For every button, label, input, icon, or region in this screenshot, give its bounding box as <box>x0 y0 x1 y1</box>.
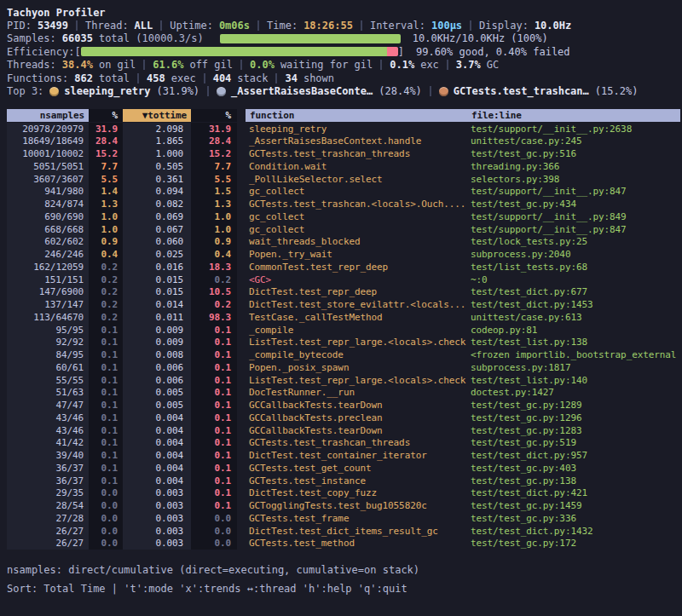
table-row[interactable]: 151/1510.20.0150.2<GC>~:0 <box>7 273 680 286</box>
table-row[interactable]: 27/280.00.0030.0GCTests.test_frametest/t… <box>7 512 680 525</box>
cumulative-pct-cell: 0.1 <box>191 475 237 487</box>
direct-pct-cell: 5.5 <box>89 173 123 186</box>
function-cell: wait_threads_blocked <box>246 235 467 248</box>
table-row[interactable]: 43/460.10.0040.1GCCallbackTests.tearDown… <box>7 424 680 437</box>
table-row[interactable]: 824/8741.30.0821.3GCTests.test_trashcan.… <box>7 198 680 210</box>
direct-pct-cell: 0.1 <box>89 386 123 399</box>
thread-stat-value: 3.7% <box>456 59 481 71</box>
cumulative-pct-cell: 0.1 <box>191 449 237 462</box>
table-row[interactable]: 3607/36075.50.3615.5_PollLikeSelector.se… <box>7 173 680 186</box>
table-row[interactable]: 941/9801.40.0941.5gc_collecttest/support… <box>7 185 680 198</box>
tottime-cell: 0.361 <box>123 173 191 186</box>
top-function-pct: (28.4%) <box>379 85 422 97</box>
table-row[interactable]: 246/2460.40.0250.4Popen._try_waitsubproc… <box>7 248 680 261</box>
table-row[interactable]: 20978/2097931.92.09831.9sleeping_retryte… <box>7 123 680 135</box>
table-row[interactable]: 28/540.00.0030.1GCTogglingTests.test_bug… <box>7 499 680 512</box>
table-row[interactable]: 60/610.10.0060.1Popen._posix_spawnsubpro… <box>7 361 680 374</box>
table-row[interactable]: 26/270.00.0030.0GCTests.test_methodtest/… <box>7 537 680 550</box>
function-cell: TestCase._callTestMethod <box>246 311 467 324</box>
direct-pct-cell: 31.9 <box>89 123 123 135</box>
column-header-cumulative-pct[interactable]: % <box>191 109 237 122</box>
column-header-file-line[interactable]: file:line <box>467 109 680 122</box>
table-row[interactable]: 690/6901.00.0691.0gc_collecttest/support… <box>7 210 680 223</box>
footer: nsamples: direct/cumulative (direct=exec… <box>7 564 678 602</box>
tottime-cell: 0.004 <box>123 462 191 475</box>
column-gap <box>237 324 246 337</box>
nsamples-cell: 84/95 <box>7 348 89 361</box>
column-gap <box>237 412 246 424</box>
thread-value: ALL <box>135 20 153 32</box>
file-line-cell: subprocess.py:1817 <box>467 361 680 374</box>
direct-pct-cell: 0.1 <box>89 462 123 475</box>
table-row[interactable]: 668/6681.00.0671.0gc_collecttest/support… <box>7 223 680 236</box>
column-header-direct-pct[interactable]: % <box>89 109 123 122</box>
column-gap <box>237 499 246 512</box>
table-row[interactable]: 18649/1864928.41.86528.4_AssertRaisesBas… <box>7 135 680 147</box>
function-cell: <GC> <box>246 273 467 286</box>
table-row[interactable]: 162/120590.20.01618.3CommonTest.test_rep… <box>7 261 680 273</box>
table-row[interactable]: 92/920.10.0090.1ListTest.test_repr_large… <box>7 336 680 348</box>
column-gap <box>237 424 246 437</box>
separator <box>470 20 471 31</box>
table-row[interactable]: 39/400.10.0040.1DictTest.test_container_… <box>7 449 680 462</box>
table-row[interactable]: 84/950.10.0080.1_compile_bytecode<frozen… <box>7 348 680 361</box>
column-gap <box>237 235 246 248</box>
table-row[interactable]: 147/69000.20.01510.5DictTest.test_repr_d… <box>7 285 680 298</box>
function-cell: _PollLikeSelector.select <box>246 173 467 186</box>
samples-rate-summary: 10.0KHz/10.0KHz (100%) <box>413 32 548 44</box>
functions-label: Functions: <box>7 72 68 84</box>
table-row[interactable]: 55/550.10.0060.1ListTest.test_repr_large… <box>7 374 680 387</box>
table-row[interactable]: 113/646700.20.01198.3TestCase._callTestM… <box>7 311 680 324</box>
column-gap <box>237 399 246 412</box>
function-cell: GCTests.test_instance <box>246 475 467 487</box>
file-line-cell: test/test_gc.py:172 <box>467 537 680 550</box>
column-header-tottime-sorted[interactable]: ▼tottime <box>123 109 191 122</box>
efficiency-label: Efficiency: <box>7 46 74 58</box>
nsamples-cell: 43/46 <box>7 412 89 424</box>
table-row[interactable]: 10001/1000215.21.00015.2GCTests.test_tra… <box>7 147 680 160</box>
thread-stat-label: off gil <box>189 59 233 71</box>
table-row[interactable]: 36/370.10.0040.1GCTests.test_instancetes… <box>7 475 680 487</box>
table-row[interactable]: 26/270.00.0030.0DictTest.test_dict_items… <box>7 525 680 538</box>
separator <box>137 73 139 83</box>
direct-pct-cell: 0.1 <box>89 436 123 449</box>
function-cell: ListTest.test_repr_large.<locals>.check <box>246 336 467 348</box>
nsamples-cell: 246/246 <box>7 248 89 261</box>
direct-pct-cell: 0.2 <box>89 261 123 273</box>
interval-label: Interval: <box>370 20 425 32</box>
column-header-nsamples[interactable]: nsamples <box>7 109 89 122</box>
nsamples-cell: 113/64670 <box>7 311 89 324</box>
table-row[interactable]: 51/630.10.0050.1DocTestRunner.__rundocte… <box>7 386 680 399</box>
tottime-cell: 0.067 <box>123 223 191 236</box>
tottime-cell: 0.016 <box>123 261 191 273</box>
function-cell: gc_collect <box>246 223 467 236</box>
table-row[interactable]: 43/460.10.0040.1GCCallbackTests.preclean… <box>7 412 680 424</box>
column-header-function[interactable]: function <box>246 109 467 122</box>
table-row[interactable]: 47/470.10.0050.1GCCallbackTests.tearDown… <box>7 399 680 412</box>
cumulative-pct-cell: 0.1 <box>191 374 237 387</box>
file-line-cell: test/test_dict.py:421 <box>467 486 680 499</box>
function-cell: GCCallbackTests.tearDown <box>246 424 467 437</box>
table-row[interactable]: 137/1470.20.0140.2DictTest.test_store_ev… <box>7 298 680 311</box>
direct-pct-cell: 0.0 <box>89 537 123 550</box>
file-line-cell: test/test_list.py:140 <box>467 374 680 387</box>
table-row[interactable]: 41/420.10.0040.1GCTests.test_trashcan_th… <box>7 436 680 449</box>
table-row[interactable]: 29/350.00.0030.1DictTest.test_copy_fuzzt… <box>7 486 680 499</box>
table-row[interactable]: 602/6020.90.0600.9wait_threads_blockedte… <box>7 235 680 248</box>
thread-stat-label: GC <box>487 59 499 71</box>
table-row[interactable]: 5051/50517.70.5057.7Condition.waitthread… <box>7 160 680 173</box>
cumulative-pct-cell: 0.1 <box>191 462 237 475</box>
nsamples-cell: 29/35 <box>7 486 89 499</box>
top-function-entry: GCTests.test_trashcan…(15.2%) <box>439 85 639 97</box>
pid-value: 53499 <box>38 20 68 32</box>
table-row[interactable]: 36/370.10.0040.1GCTests.test_get_countte… <box>7 462 680 475</box>
direct-pct-cell: 0.9 <box>89 235 123 248</box>
function-cell: GCCallbackTests.preclean <box>246 412 467 424</box>
function-cell: GCTests.test_trashcan_threads <box>246 147 467 160</box>
table-row[interactable]: 95/950.10.0090.1_compilecodeop.py:81 <box>7 324 680 337</box>
display-value: 10.0Hz <box>535 20 571 32</box>
cumulative-pct-cell: 0.2 <box>191 273 237 286</box>
thread-stat-label: waiting for gil <box>280 59 373 71</box>
tachyon-profiler-terminal: Tachyon Profiler PID: 53499 Thread: ALL … <box>0 0 682 616</box>
cumulative-pct-cell: 5.5 <box>191 173 237 186</box>
